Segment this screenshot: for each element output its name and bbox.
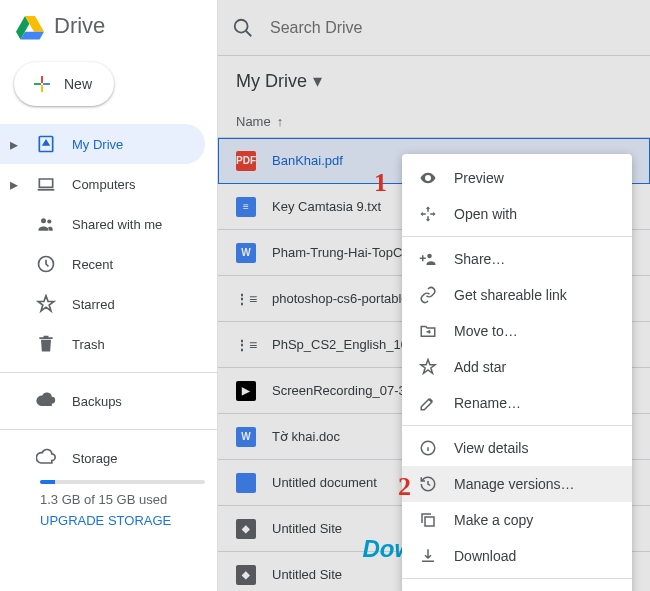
ctx-add-star[interactable]: Add star [402,349,632,385]
folder-move-icon [418,322,438,340]
ctx-open-with[interactable]: Open with [402,196,632,232]
app-name: Drive [54,13,105,39]
ctx-remove[interactable]: Remove [402,583,632,591]
sort-arrow-icon: ↑ [277,114,284,129]
sidebar-item-label: Trash [72,337,105,352]
sidebar-item-label: Shared with me [72,217,162,232]
sidebar-item-starred[interactable]: Starred [0,284,205,324]
caret-down-icon: ▾ [313,70,322,92]
svg-point-3 [235,19,248,32]
svg-point-0 [41,218,46,223]
sidebar-item-recent[interactable]: Recent [0,244,205,284]
backups-icon [34,391,58,411]
ctx-manage-versions[interactable]: Manage versions… [402,466,632,502]
sidebar-item-backups[interactable]: Backups [0,381,205,421]
file-name: Key Camtasia 9.txt [272,199,381,214]
sidebar-item-computers[interactable]: ▸ Computers [0,164,205,204]
open-with-icon [418,205,438,223]
annotation-1: 1 [374,168,387,198]
breadcrumb-current: My Drive [236,71,307,92]
doc-file-icon: W [236,243,256,263]
star-icon [34,294,58,314]
svg-point-1 [47,219,51,223]
context-menu: Preview Open with Share… Get shareable l… [402,154,632,591]
svg-point-6 [427,177,430,180]
svg-rect-9 [425,517,434,526]
shared-icon [34,214,58,234]
new-button-label: New [64,76,92,92]
sidebar-item-label: Computers [72,177,136,192]
rename-icon [418,394,438,412]
plus-icon [30,72,54,96]
table-header[interactable]: Name ↑ [218,106,650,138]
sidebar-item-trash[interactable]: Trash [0,324,205,364]
link-icon [418,286,438,304]
eye-icon [418,169,438,187]
sidebar-item-shared[interactable]: Shared with me [0,204,205,244]
drive-logo-icon [16,12,44,40]
upgrade-storage-link[interactable]: UPGRADE STORAGE [40,513,205,528]
ctx-shareable-link[interactable]: Get shareable link [402,277,632,313]
divider [402,578,632,579]
site-file-icon: ◆ [236,519,256,539]
site-file-icon: ◆ [236,565,256,585]
ctx-download[interactable]: Download [402,538,632,574]
search-input[interactable] [270,19,636,37]
exe-file-icon: ⋮≡ [236,289,256,309]
history-icon [418,475,438,493]
computers-icon [34,174,58,194]
divider [0,429,217,430]
sidebar-item-label: Backups [72,394,122,409]
storage-bar [40,480,205,484]
sidebar-item-label: Recent [72,257,113,272]
chevron-right-icon: ▸ [8,175,20,194]
sidebar-item-label: Starred [72,297,115,312]
star-add-icon [418,358,438,376]
my-drive-icon [34,134,58,154]
column-name: Name [236,114,271,129]
chevron-right-icon: ▸ [8,135,20,154]
sidebar-item-label: Storage [72,451,118,466]
trash-icon [34,334,58,354]
ctx-preview[interactable]: Preview [402,160,632,196]
storage-text: 1.3 GB of 15 GB used [40,492,205,507]
new-button[interactable]: New [14,62,114,106]
breadcrumb[interactable]: My Drive ▾ [218,56,650,106]
file-name: Tờ khai.doc [272,429,340,444]
exe-file-icon: ⋮≡ [236,335,256,355]
ctx-share[interactable]: Share… [402,241,632,277]
ctx-view-details[interactable]: View details [402,430,632,466]
file-name: Untitled Site [272,521,342,536]
divider [402,425,632,426]
sidebar-item-label: My Drive [72,137,123,152]
divider [0,372,217,373]
info-icon [418,439,438,457]
pdf-file-icon: PDF [236,151,256,171]
download-icon [418,547,438,565]
logo-row: Drive [0,0,217,52]
vid-file-icon: ▶ [236,381,256,401]
ctx-make-copy[interactable]: Make a copy [402,502,632,538]
sidebar-item-storage[interactable]: Storage [0,438,205,478]
ctx-move-to[interactable]: Move to… [402,313,632,349]
ctx-rename[interactable]: Rename… [402,385,632,421]
txt-file-icon: ≡ [236,197,256,217]
person-add-icon [418,250,438,268]
copy-icon [418,511,438,529]
search-icon [232,17,254,39]
annotation-2: 2 [398,472,411,502]
divider [402,236,632,237]
doc-file-icon: W [236,427,256,447]
blank-file-icon [236,473,256,493]
svg-point-7 [427,254,432,259]
storage-icon [34,448,58,468]
sidebar-item-my-drive[interactable]: ▸ My Drive [0,124,205,164]
file-name: Untitled document [272,475,377,490]
file-name: BanKhai.pdf [272,153,343,168]
recent-icon [34,254,58,274]
search-bar[interactable] [218,0,650,56]
file-name: Untitled Site [272,567,342,582]
